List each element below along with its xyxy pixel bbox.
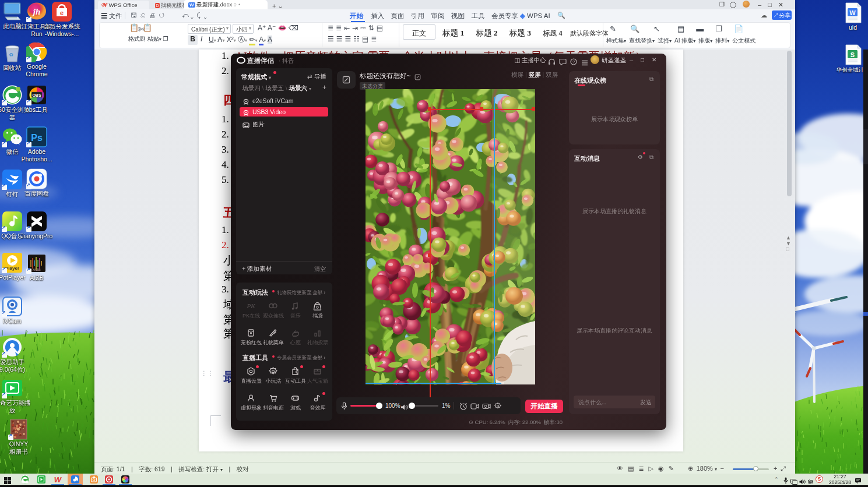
svg-text:W: W bbox=[54, 475, 62, 484]
svg-text:?: ? bbox=[572, 59, 575, 65]
svg-text:Player: Player bbox=[5, 266, 19, 271]
svg-text:S: S bbox=[851, 51, 855, 58]
svg-text:jh: jh bbox=[32, 7, 41, 16]
svg-text:Ps: Ps bbox=[31, 133, 43, 143]
svg-text:PK: PK bbox=[246, 302, 255, 309]
svg-text:AIZB: AIZB bbox=[33, 268, 40, 271]
svg-text:W: W bbox=[849, 9, 856, 16]
svg-text:♻: ♻ bbox=[9, 52, 13, 58]
svg-text:OBS: OBS bbox=[32, 93, 41, 97]
svg-text:e: e bbox=[60, 9, 64, 16]
